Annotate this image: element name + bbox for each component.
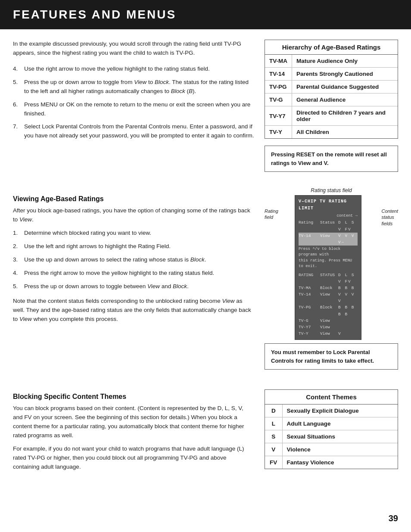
hierarchy-code: TV-Y xyxy=(265,126,292,139)
blocking-para1: You can block programs based on their co… xyxy=(13,404,254,440)
hierarchy-label: Mature Audience Only xyxy=(292,55,398,68)
hierarchy-row: TV-MAMature Audience Only xyxy=(265,55,398,68)
step-6: 6. Press MENU or OK on the remote to ret… xyxy=(13,100,254,118)
step-7: 7. Select Lock Parental Controls from th… xyxy=(13,122,254,140)
vchip-row-tvy: TV-Y View V xyxy=(299,330,358,337)
content-themes-right: Content Themes DSexually Explicit Dialog… xyxy=(265,385,398,476)
hierarchy-table: TV-MAMature Audience OnlyTV-14Parents St… xyxy=(265,55,398,138)
vchip-data-header: RATING STATUS D L S V FV xyxy=(299,272,358,285)
reset-text: Pressing RESET on the remote will reset … xyxy=(271,151,387,166)
vchip-row-tvy7: TV-Y7 View xyxy=(299,324,358,330)
viewing-steps: 1. Determine which blocked rating you wa… xyxy=(13,229,254,291)
hierarchy-label: All Children xyxy=(292,126,398,139)
left-column: In the example discussed previously, you… xyxy=(13,40,254,180)
content-themes-box: Content Themes DSexually Explicit Dialog… xyxy=(265,389,398,469)
vstep-5: 5. Press the up or down arrows to toggle… xyxy=(13,282,254,291)
hierarchy-label: Directed to Children 7 years and older xyxy=(292,106,398,126)
lock-box: You must remember to Lock Parental Contr… xyxy=(265,343,398,370)
intro-paragraph: In the example discussed previously, you… xyxy=(13,40,254,58)
blocking-left: Blocking Specific Content Themes You can… xyxy=(13,385,254,476)
content-theme-label: Sexual Situations xyxy=(282,430,398,443)
hierarchy-label: Parents Strongly Cautioned xyxy=(292,68,398,81)
steps-list-top: 4. Use the right arrow to move the yello… xyxy=(13,65,254,140)
bottom-section: Blocking Specific Content Themes You can… xyxy=(0,385,411,476)
hierarchy-row: TV-Y7Directed to Children 7 years and ol… xyxy=(265,106,398,126)
vstep-1: 1. Determine which blocked rating you wa… xyxy=(13,229,254,238)
content-theme-label: Sexually Explicit Dialogue xyxy=(282,404,398,417)
content-theme-code: D xyxy=(265,404,282,417)
content-themes-table: DSexually Explicit DialogueLAdult Langua… xyxy=(265,404,398,469)
content-theme-label: Adult Language xyxy=(282,417,398,430)
vstep-4: 4. Press the right arrow to move the yel… xyxy=(13,269,254,278)
page-title: Features and Menus xyxy=(13,8,398,22)
hierarchy-row: TV-14Parents Strongly Cautioned xyxy=(265,68,398,81)
content-theme-row: FVFantasy Violence xyxy=(265,456,398,469)
content-theme-row: DSexually Explicit Dialogue xyxy=(265,404,398,417)
vchip-msg2: this rating. Press MENU to exit. xyxy=(299,258,358,269)
vchip-row-tvma: TV-MA Block B B B xyxy=(299,285,358,291)
rating-status-label: Rating status field xyxy=(265,187,398,193)
viewing-intro: After you block age-based ratings, you h… xyxy=(13,206,254,224)
vchip-header-row: Rating Status D L S V FV xyxy=(299,219,358,232)
content-theme-label: Fantasy Violence xyxy=(282,456,398,469)
viewing-note: Note that the content status fields corr… xyxy=(13,297,254,324)
blocking-title: Blocking Specific Content Themes xyxy=(13,393,254,401)
blocking-para2: For example, if you do not want your chi… xyxy=(13,445,254,472)
vchip-right: Rating status field Ratingfield Contents… xyxy=(265,187,398,378)
content-theme-row: SSexual Situations xyxy=(265,430,398,443)
content-theme-code: L xyxy=(265,417,282,430)
right-column-top: Hierarchy of Age-Based Ratings TV-MAMatu… xyxy=(265,40,398,180)
vchip-row-tvpg: TV-PG Block B B B B B xyxy=(299,304,358,317)
hierarchy-row: TV-PGParental Guidance Suggested xyxy=(265,81,398,93)
content-themes-title: Content Themes xyxy=(265,390,398,404)
hierarchy-code: TV-14 xyxy=(265,68,292,81)
hierarchy-row: TV-YAll Children xyxy=(265,126,398,139)
content-status-fields-label: Contentstatusfields xyxy=(381,208,398,227)
vchip-title-line: V–CHIP TV RATING LIMIT xyxy=(299,198,358,212)
vchip-display: V–CHIP TV RATING LIMIT content → Rating … xyxy=(295,195,361,340)
content-theme-row: LAdult Language xyxy=(265,417,398,430)
vchip-msg1: Press ^/v to block programs with xyxy=(299,246,358,257)
hierarchy-code: TV-G xyxy=(265,93,292,106)
content-theme-code: FV xyxy=(265,456,282,469)
page-header: Features and Menus xyxy=(0,0,411,29)
content-theme-label: Violence xyxy=(282,443,398,456)
vstep-2: 2. Use the left and right arrows to high… xyxy=(13,242,254,251)
hierarchy-box: Hierarchy of Age-Based Ratings TV-MAMatu… xyxy=(265,40,398,139)
hierarchy-title: Hierarchy of Age-Based Ratings xyxy=(265,40,398,55)
top-content: In the example discussed previously, you… xyxy=(0,40,411,180)
content-theme-row: VViolence xyxy=(265,443,398,456)
reset-box: Pressing RESET on the remote will reset … xyxy=(265,146,398,172)
viewing-title: Viewing Age-Based Ratings xyxy=(13,195,254,203)
vchip-content-label: content → xyxy=(299,213,358,219)
vchip-highlight-row: TV-14 View V V V V– xyxy=(299,233,358,246)
vchip-wrapper: Ratingfield Contentstatusfields V–CHIP T… xyxy=(265,195,398,340)
hierarchy-label: General Audience xyxy=(292,93,398,106)
hierarchy-code: TV-PG xyxy=(265,81,292,93)
step-4: 4. Use the right arrow to move the yello… xyxy=(13,65,254,74)
hierarchy-code: TV-MA xyxy=(265,55,292,68)
content-theme-code: V xyxy=(265,443,282,456)
hierarchy-code: TV-Y7 xyxy=(265,106,292,126)
hierarchy-label: Parental Guidance Suggested xyxy=(292,81,398,93)
vstep-3: 3. Use the up and down arrows to select … xyxy=(13,255,254,264)
hierarchy-row: TV-GGeneral Audience xyxy=(265,93,398,106)
viewing-left: Viewing Age-Based Ratings After you bloc… xyxy=(13,187,254,378)
step-5: 5. Press the up or down arrow to toggle … xyxy=(13,78,254,96)
vchip-row-tvg: TV-G View xyxy=(299,317,358,324)
vchip-row-tv14: TV-14 View V V V V xyxy=(299,291,358,304)
rating-field-label: Ratingfield xyxy=(265,208,278,221)
viewing-section-wrapper: Viewing Age-Based Ratings After you bloc… xyxy=(0,187,411,378)
content-theme-code: S xyxy=(265,430,282,443)
lock-text: You must remember to Lock Parental Contr… xyxy=(271,349,374,364)
page-number: 39 xyxy=(389,513,398,523)
